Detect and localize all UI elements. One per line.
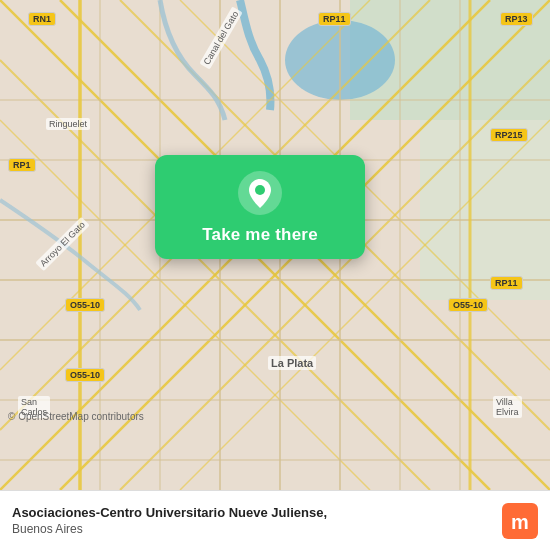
map-container: RN1 RP13 RP11 RP1 RP215 RP11 O55-10 O55-… [0, 0, 550, 490]
route-badge-rp1: RP1 [8, 158, 36, 172]
route-badge-o55-left: O55-10 [65, 298, 105, 312]
route-badge-rn1: RN1 [28, 12, 56, 26]
route-badge-rp215: RP215 [490, 128, 528, 142]
moovit-icon: m [502, 503, 538, 539]
moovit-logo: m [502, 503, 538, 539]
route-badge-rp13: RP13 [500, 12, 533, 26]
svg-rect-2 [420, 120, 550, 300]
location-title: Asociaciones-Centro Universitario Nueve … [12, 505, 327, 522]
bottom-bar: Asociaciones-Centro Universitario Nueve … [0, 490, 550, 550]
route-badge-o55-mid: O55-10 [65, 368, 105, 382]
label-villa-elvira: Villa Elvira [493, 396, 522, 418]
route-badge-rp11-top: RP11 [318, 12, 351, 26]
route-badge-o55-right: O55-10 [448, 298, 488, 312]
location-subtitle: Buenos Aires [12, 522, 327, 536]
take-me-there-card[interactable]: Take me there [155, 155, 365, 259]
bottom-text: Asociaciones-Centro Universitario Nueve … [12, 505, 327, 536]
svg-text:m: m [511, 511, 529, 533]
label-ringuelet: Ringuelet [46, 118, 90, 130]
route-badge-rp11-mid: RP11 [490, 276, 523, 290]
svg-point-34 [255, 185, 265, 195]
label-la-plata: La Plata [268, 356, 316, 370]
location-pin-icon [238, 171, 282, 215]
take-me-there-label: Take me there [202, 225, 318, 245]
copyright-text: © OpenStreetMap contributors [8, 411, 144, 422]
